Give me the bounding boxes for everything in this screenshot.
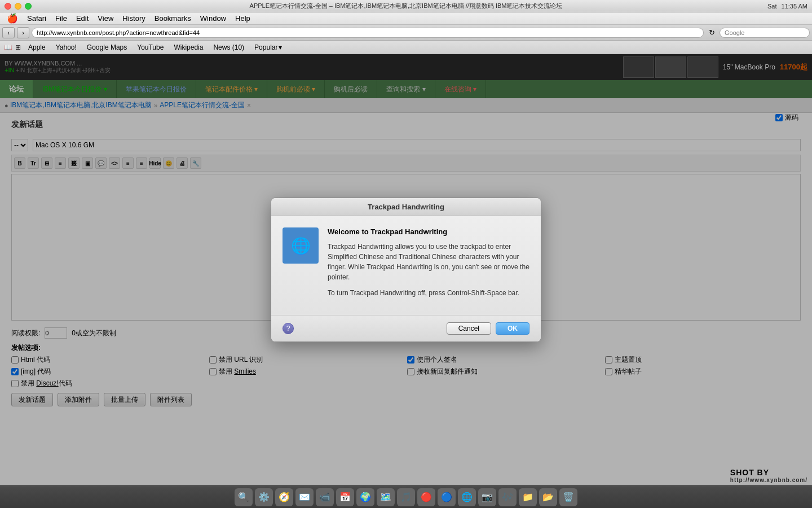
dock-folder1[interactable]: 📁	[519, 488, 537, 506]
bookmark-youtube[interactable]: YouTube	[133, 42, 168, 52]
url-bar[interactable]	[32, 28, 704, 38]
reload-button[interactable]: ↻	[706, 28, 717, 38]
date: 11:35 AM	[782, 3, 807, 10]
dock-maps[interactable]: 🗺️	[377, 488, 395, 506]
menu-bar: 🍎 Safari File Edit View History Bookmark…	[0, 12, 812, 25]
bookmark-popular[interactable]: Popular ▾	[250, 42, 286, 52]
modal-icon: 🌐	[283, 227, 319, 264]
menu-edit[interactable]: Edit	[72, 12, 93, 25]
dock-system-prefs[interactable]: ⚙️	[255, 488, 273, 506]
bookmark-wikipedia[interactable]: Wikipedia	[169, 42, 208, 52]
menu-view[interactable]: View	[93, 12, 118, 25]
bookmark-apple[interactable]: Apple	[24, 42, 50, 52]
dock-itunes[interactable]: 🎵	[397, 488, 415, 506]
bookmark-news[interactable]: News (10)	[209, 42, 249, 52]
bookmarks-icon[interactable]: 📖	[3, 43, 12, 52]
modal-heading: Welcome to Trackpad Handwriting	[328, 227, 529, 236]
clock: Sat	[767, 3, 777, 10]
close-button[interactable]	[5, 3, 11, 10]
dock-browser2[interactable]: 🌍	[356, 488, 374, 506]
browser-content: BY WWW.XYNBNB.COM ... +IN +IN 北京+上海+武汉+深…	[0, 54, 812, 485]
help-button[interactable]: ?	[283, 323, 294, 334]
back-button[interactable]: ‹	[2, 27, 15, 38]
dock-app1[interactable]: 🔴	[417, 488, 435, 506]
dock-trash[interactable]: 🗑️	[559, 488, 577, 506]
search-input[interactable]	[720, 28, 810, 38]
apps-icon[interactable]: ⊞	[14, 43, 23, 52]
dock-folder2[interactable]: 📂	[539, 488, 557, 506]
dock-finder[interactable]: 🔍	[235, 488, 253, 506]
menu-history[interactable]: History	[118, 12, 149, 25]
bookmarks-bar: 📖 ⊞ Apple Yahoo! Google Maps YouTube Wik…	[0, 41, 812, 54]
modal-body1: Trackpad Handwriting allows you to use t…	[328, 242, 529, 282]
dock: 🔍 ⚙️ 🧭 ✉️ 📹 📅 🌍 🗺️ 🎵 🔴 🔵 🌐 📷 🎶 📁 📂 🗑️	[0, 485, 812, 508]
menu-safari[interactable]: Safari	[23, 12, 51, 25]
title-bar: APPLE笔记本行情交流-全国 – IBM笔记本,IBM笔记本电脑,北京IBM笔…	[0, 0, 812, 12]
maximize-button[interactable]	[25, 3, 32, 10]
bookmark-googlemaps[interactable]: Google Maps	[82, 42, 131, 52]
dock-safari[interactable]: 🧭	[275, 488, 293, 506]
minimize-button[interactable]	[15, 3, 21, 10]
menu-bookmarks[interactable]: Bookmarks	[150, 12, 196, 25]
modal-body: 🌐 Welcome to Trackpad Handwriting Trackp…	[271, 216, 541, 315]
menu-help[interactable]: Help	[231, 12, 255, 25]
modal-text-area: Welcome to Trackpad Handwriting Trackpad…	[328, 227, 529, 304]
dock-calendar[interactable]: 📅	[336, 488, 354, 506]
dock-music[interactable]: 🎶	[498, 488, 517, 506]
ok-button[interactable]: OK	[496, 322, 529, 335]
dock-facetime[interactable]: 📹	[316, 488, 334, 506]
menu-window[interactable]: Window	[196, 12, 231, 25]
dock-bluetooth[interactable]: 🔵	[438, 488, 456, 506]
cancel-button[interactable]: Cancel	[447, 322, 491, 335]
modal-footer: ? Cancel OK	[271, 315, 541, 341]
bookmark-yahoo[interactable]: Yahoo!	[51, 42, 81, 52]
modal-body2: To turn Trackpad Handwriting off, press …	[328, 288, 529, 298]
modal-dialog: Trackpad Handwriting 🌐 Welcome to Trackp…	[271, 198, 541, 342]
title-bar-right: Sat 11:35 AM	[767, 3, 807, 10]
dock-mail[interactable]: ✉️	[295, 488, 314, 506]
dock-photos[interactable]: 📷	[478, 488, 496, 506]
menu-file[interactable]: File	[51, 12, 72, 25]
window-title: APPLE笔记本行情交流-全国 – IBM笔记本,IBM笔记本电脑,北京IBM笔…	[250, 2, 563, 10]
apple-menu[interactable]: 🍎	[2, 12, 23, 25]
forward-button[interactable]: ›	[17, 27, 29, 38]
dock-network[interactable]: 🌐	[458, 488, 476, 506]
modal-title-bar: Trackpad Handwriting	[271, 198, 541, 216]
modal-overlay: Trackpad Handwriting 🌐 Welcome to Trackp…	[0, 54, 812, 485]
browser-toolbar: ‹ › ↻	[0, 25, 812, 41]
